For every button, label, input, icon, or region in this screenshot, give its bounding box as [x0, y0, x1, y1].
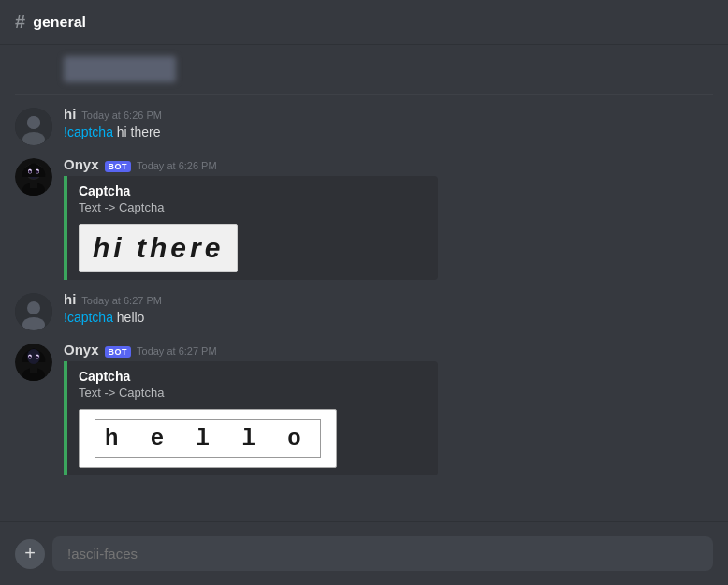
svg-point-9 [29, 170, 32, 173]
message-group-hi-1: hi Today at 6:26 PM !captcha hi there [0, 102, 728, 149]
avatar-hi-1-img [15, 108, 52, 145]
svg-point-10 [36, 170, 39, 173]
blurred-content [64, 56, 176, 82]
message-content-hi-1: hi Today at 6:26 PM !captcha hi there [64, 106, 713, 145]
message-content-onyx-2: Onyx BOT Today at 6:27 PM Captcha Text -… [64, 342, 713, 475]
timestamp-hi-2: Today at 6:27 PM [81, 295, 162, 306]
username-onyx-1: Onyx [64, 156, 99, 172]
embed-title-1: Captcha [79, 183, 427, 198]
embed-1: Captcha Text -> Captcha hi there [64, 176, 438, 280]
command-hi-2: !captcha [64, 310, 113, 325]
captcha-text-2: h e l l o [95, 419, 321, 458]
username-onyx-2: Onyx [64, 342, 99, 358]
message-text-hi-1: !captcha hi there [64, 124, 713, 142]
message-text-hi-2: !captcha hello [64, 309, 713, 328]
hash-icon: # [15, 11, 25, 33]
message-header-onyx-1: Onyx BOT Today at 6:26 PM [64, 156, 713, 172]
command-hi-1: !captcha [64, 124, 113, 139]
svg-rect-14 [30, 183, 37, 188]
message-group-onyx-1: Onyx BOT Today at 6:26 PM Captcha Text -… [0, 153, 728, 284]
bot-badge-2: BOT [105, 346, 132, 358]
captcha-image-2: h e l l o [79, 409, 337, 468]
divider-1 [15, 94, 713, 95]
embed-field-2: Text -> Captcha [79, 386, 427, 400]
message-rest-hi-2: hello [113, 310, 144, 325]
svg-point-12 [37, 170, 38, 171]
svg-rect-27 [30, 368, 37, 373]
message-header-onyx-2: Onyx BOT Today at 6:27 PM [64, 342, 713, 358]
embed-title-2: Captcha [79, 369, 427, 384]
svg-point-11 [30, 170, 31, 171]
avatar-onyx-2-img [15, 344, 52, 381]
message-input[interactable] [52, 536, 713, 571]
bot-badge-1: BOT [105, 161, 132, 172]
timestamp-hi-1: Today at 6:26 PM [81, 110, 162, 121]
message-group-onyx-2: Onyx BOT Today at 6:27 PM Captcha Text -… [0, 338, 728, 479]
message-header-hi-2: hi Today at 6:27 PM [64, 291, 713, 307]
message-content-onyx-1: Onyx BOT Today at 6:26 PM Captcha Text -… [64, 156, 713, 280]
channel-header: # general [0, 0, 728, 45]
avatar-onyx-2 [15, 344, 52, 381]
message-header-hi-1: hi Today at 6:26 PM [64, 106, 713, 122]
timestamp-onyx-2: Today at 6:27 PM [137, 345, 217, 357]
svg-point-22 [29, 356, 32, 358]
username-hi-1: hi [64, 106, 76, 122]
svg-point-23 [36, 356, 39, 358]
captcha-image-1: hi there [79, 224, 238, 272]
username-hi-2: hi [64, 291, 76, 307]
avatar-onyx-1-img [15, 158, 52, 196]
timestamp-onyx-1: Today at 6:26 PM [137, 160, 217, 171]
input-bar: + [0, 521, 728, 585]
avatar-hi-2-img [15, 293, 52, 330]
svg-point-25 [37, 356, 38, 357]
message-rest-hi-1: hi there [113, 124, 161, 139]
embed-field-1: Text -> Captcha [79, 200, 427, 214]
avatar-onyx-1 [15, 158, 52, 196]
message-content-hi-2: hi Today at 6:27 PM !captcha hello [64, 291, 713, 330]
messages-container: hi Today at 6:26 PM !captcha hi there [0, 45, 728, 564]
channel-name: general [33, 14, 86, 31]
captcha-text-1: hi there [93, 232, 224, 263]
svg-point-3 [27, 116, 40, 129]
svg-point-16 [27, 301, 40, 314]
message-group-hi-2: hi Today at 6:27 PM !captcha hello [0, 287, 728, 334]
avatar-hi-2 [15, 293, 52, 330]
svg-point-24 [30, 356, 31, 357]
embed-2: Captcha Text -> Captcha h e l l o [64, 361, 438, 475]
add-file-button[interactable]: + [15, 539, 45, 569]
blurred-message [0, 52, 728, 86]
avatar-hi-1 [15, 108, 52, 145]
